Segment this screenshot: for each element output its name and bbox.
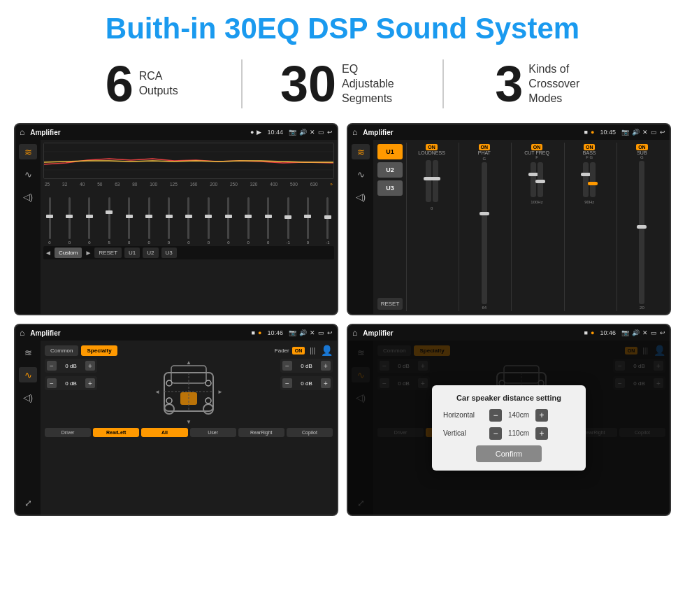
- on-badge-sub[interactable]: ON: [636, 144, 648, 150]
- close-icon-1[interactable]: ✕: [310, 129, 315, 136]
- slider-7[interactable]: 0: [184, 197, 194, 245]
- home-icon-2[interactable]: ⌂: [352, 127, 357, 137]
- confirm-button[interactable]: Confirm: [476, 445, 542, 462]
- cam-icon-2[interactable]: 📷: [621, 129, 629, 136]
- db-minus-2[interactable]: −: [47, 378, 57, 388]
- slider-4[interactable]: 0: [124, 197, 134, 245]
- slider-11[interactable]: 0: [264, 197, 273, 245]
- u2-btn[interactable]: U2: [377, 162, 403, 178]
- channel-cutfreq: ON CUT FREQ F 100Hz: [511, 143, 561, 311]
- btn-user[interactable]: User: [190, 428, 236, 437]
- db-plus-1[interactable]: +: [85, 361, 95, 371]
- eq-prev[interactable]: ◄: [45, 249, 52, 257]
- reset-btn-amp[interactable]: RESET: [377, 298, 403, 310]
- cam-icon-1[interactable]: 📷: [289, 129, 296, 136]
- close-icon-3[interactable]: ✕: [310, 329, 315, 336]
- vol-icon-3[interactable]: 🔊: [299, 329, 307, 336]
- slider-bass-g[interactable]: [590, 162, 596, 197]
- eq-custom[interactable]: Custom: [55, 248, 82, 258]
- back-icon-3[interactable]: ↩: [327, 329, 333, 336]
- on-badge-phat[interactable]: ON: [479, 144, 491, 150]
- nav-eq-2[interactable]: ≋: [352, 144, 370, 159]
- nav-eq-1[interactable]: ≋: [19, 144, 37, 159]
- nav-expand-3[interactable]: ⤢: [19, 495, 37, 510]
- horizontal-plus[interactable]: +: [535, 409, 548, 422]
- eq-u2[interactable]: U2: [143, 248, 158, 258]
- home-icon-4[interactable]: ⌂: [352, 328, 357, 338]
- vol-icon-1[interactable]: 🔊: [299, 129, 307, 136]
- slider-loudness-r[interactable]: [433, 160, 438, 202]
- nav-wave-2[interactable]: ∿: [352, 166, 370, 182]
- rect-icon-4[interactable]: ▭: [651, 329, 657, 336]
- btn-all[interactable]: All: [141, 428, 187, 437]
- btn-driver[interactable]: Driver: [45, 428, 91, 437]
- vertical-plus[interactable]: +: [535, 427, 548, 440]
- close-icon-4[interactable]: ✕: [642, 329, 648, 336]
- btn-copilot[interactable]: Copilot: [287, 428, 333, 437]
- vol-icon-4[interactable]: 🔊: [632, 329, 640, 336]
- tab-specialty[interactable]: Specialty: [81, 345, 117, 356]
- slider-5[interactable]: 0: [144, 197, 154, 245]
- db-plus-4[interactable]: +: [321, 378, 331, 388]
- nav-wave-3[interactable]: ∿: [19, 367, 37, 382]
- slider-bass-f[interactable]: [583, 162, 589, 197]
- eq-next[interactable]: ►: [85, 249, 92, 257]
- on-badge-bass[interactable]: ON: [584, 144, 596, 150]
- slider-14[interactable]: -1: [323, 197, 333, 245]
- cam-icon-4[interactable]: 📷: [621, 329, 629, 336]
- u1-btn[interactable]: U1: [377, 144, 403, 159]
- slider-3[interactable]: 5: [104, 197, 114, 245]
- amp-u-panel: U1 U2 U3 RESET: [376, 143, 404, 311]
- horizontal-minus[interactable]: −: [489, 409, 502, 422]
- on-badge-loudness[interactable]: ON: [426, 144, 438, 150]
- rect-icon-1[interactable]: ▭: [318, 129, 324, 136]
- vol-icon-2[interactable]: 🔊: [632, 129, 640, 136]
- slider-9[interactable]: 0: [224, 197, 233, 245]
- tab-common[interactable]: Common: [45, 345, 78, 356]
- slider-12[interactable]: -1: [283, 197, 293, 245]
- nav-speaker-3[interactable]: ◁): [19, 389, 37, 405]
- btn-rearright[interactable]: RearRight: [238, 428, 284, 437]
- nav-speaker-2[interactable]: ◁): [352, 189, 370, 204]
- nav-eq-3[interactable]: ≋: [19, 345, 37, 360]
- db-minus-4[interactable]: −: [282, 378, 292, 388]
- slider-1[interactable]: 0: [64, 197, 74, 245]
- rect-icon-3[interactable]: ▭: [318, 329, 324, 336]
- db-plus-2[interactable]: +: [85, 378, 95, 388]
- home-icon-1[interactable]: ⌂: [20, 127, 24, 137]
- eq-u3[interactable]: U3: [161, 248, 177, 258]
- close-icon-2[interactable]: ✕: [642, 129, 648, 136]
- btn-rearleft[interactable]: RearLeft: [93, 428, 139, 437]
- slider-13[interactable]: 0: [303, 197, 312, 245]
- cam-icon-3[interactable]: 📷: [289, 329, 296, 336]
- nav-speaker-1[interactable]: ◁): [19, 189, 37, 204]
- vertical-minus[interactable]: −: [489, 427, 502, 440]
- slider-phat[interactable]: [482, 162, 487, 304]
- slider-2[interactable]: 0: [85, 197, 94, 245]
- person-icon-3[interactable]: 👤: [321, 345, 333, 356]
- fader-on-toggle[interactable]: ON: [292, 347, 305, 354]
- slider-sub[interactable]: [639, 161, 644, 304]
- home-icon-3[interactable]: ⌂: [20, 328, 24, 338]
- db-plus-3[interactable]: +: [321, 361, 331, 371]
- back-icon-4[interactable]: ↩: [660, 329, 665, 336]
- nav-wave-1[interactable]: ∿: [19, 166, 37, 182]
- eq-u1[interactable]: U1: [124, 248, 140, 258]
- on-badge-cutfreq[interactable]: ON: [531, 144, 543, 150]
- eq-reset[interactable]: RESET: [94, 248, 122, 258]
- slider-8[interactable]: 0: [203, 197, 213, 245]
- freq-125: 125: [170, 182, 178, 187]
- rect-icon-2[interactable]: ▭: [651, 129, 657, 136]
- back-icon-2[interactable]: ↩: [660, 129, 665, 136]
- back-icon-1[interactable]: ↩: [327, 129, 333, 136]
- slider-10[interactable]: 0: [243, 197, 253, 245]
- u3-btn[interactable]: U3: [377, 180, 403, 196]
- slider-0[interactable]: 0: [45, 197, 55, 245]
- slider-loudness-l[interactable]: [426, 160, 431, 202]
- freq-40: 40: [80, 182, 85, 187]
- slider-6[interactable]: 0: [164, 197, 174, 245]
- db-minus-3[interactable]: −: [282, 361, 292, 371]
- horizontal-value: 140cm: [505, 411, 533, 419]
- db-minus-1[interactable]: −: [47, 361, 57, 371]
- slider-cutfreq-g[interactable]: [538, 162, 543, 197]
